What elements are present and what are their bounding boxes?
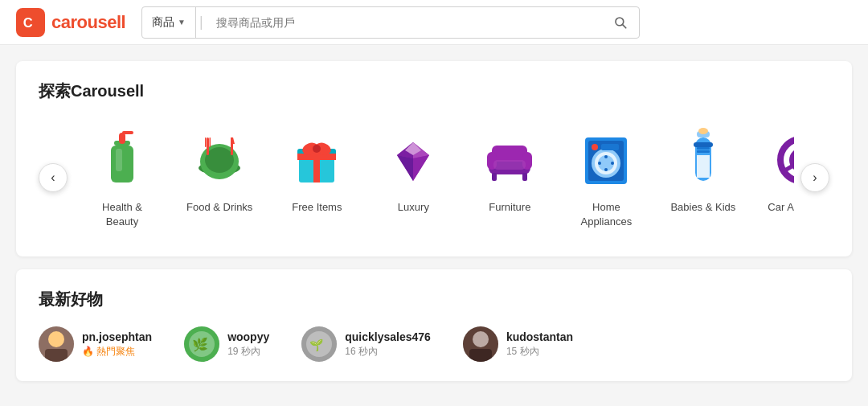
svg-rect-29 xyxy=(492,146,527,162)
search-category-label: 商品 xyxy=(152,15,174,30)
hot-label: 熱門聚焦 xyxy=(96,345,135,359)
svg-rect-32 xyxy=(492,173,497,181)
user-name: quicklysales476 xyxy=(345,330,431,343)
svg-point-59 xyxy=(48,331,64,347)
users-row: pn.josephtan 🔥 熱門聚焦 🌿 wo xyxy=(39,326,829,362)
category-label: Furniture xyxy=(489,200,530,215)
avatar-josephtan xyxy=(39,326,74,362)
header: C carousell 商品 ▼ | xyxy=(0,0,868,45)
avatar-woopyy: 🌿 xyxy=(184,326,219,362)
svg-point-41 xyxy=(611,162,614,165)
chevron-down-icon: ▼ xyxy=(178,18,186,27)
category-item-babies-kids[interactable]: Babies & Kids xyxy=(654,118,751,237)
user-meta: 🔥 熱門聚焦 xyxy=(82,345,152,359)
avatar-kudostantan xyxy=(463,326,498,362)
svg-point-42 xyxy=(604,168,608,171)
category-item-car-accessories[interactable]: Car Accesso... xyxy=(751,118,794,237)
category-item-luxury[interactable]: Luxury xyxy=(365,118,461,237)
category-label: Car Accesso... xyxy=(768,200,794,215)
svg-rect-5 xyxy=(116,149,122,171)
user-item-josephtan[interactable]: pn.josephtan 🔥 熱門聚焦 xyxy=(39,326,152,362)
search-category-dropdown[interactable]: 商品 ▼ xyxy=(142,7,196,38)
user-info-quicklysales: quicklysales476 16 秒內 xyxy=(345,330,431,359)
category-label: Luxury xyxy=(398,200,429,215)
svg-text:🌿: 🌿 xyxy=(192,337,208,352)
svg-rect-13 xyxy=(210,137,211,147)
category-label: Babies & Kids xyxy=(670,200,735,215)
user-info-woopyy: woopyy 19 秒內 xyxy=(227,330,269,359)
svg-rect-12 xyxy=(205,137,207,147)
svg-rect-50 xyxy=(694,142,713,147)
main-content: 探索Carousell ‹ xyxy=(0,45,868,406)
category-item-free-items[interactable]: Free Items xyxy=(268,118,365,237)
user-name: pn.josephtan xyxy=(82,330,152,343)
svg-point-21 xyxy=(313,145,321,153)
user-meta: 19 秒內 xyxy=(227,345,269,359)
next-button[interactable]: › xyxy=(800,163,829,192)
user-info-kudostantan: kudostantan 15 秒內 xyxy=(506,330,573,359)
svg-point-10 xyxy=(205,147,234,173)
logo[interactable]: C carousell xyxy=(16,8,125,37)
svg-rect-11 xyxy=(207,137,209,155)
time-label: 16 秒內 xyxy=(345,345,378,359)
svg-rect-52 xyxy=(697,150,710,153)
food-drinks-icon xyxy=(187,126,252,191)
svg-text:C: C xyxy=(23,15,33,30)
home-appliances-icon xyxy=(574,126,638,191)
svg-rect-6 xyxy=(119,133,125,144)
user-item-woopyy[interactable]: 🌿 woopyy 19 秒內 xyxy=(184,326,269,362)
category-label: HomeAppliances xyxy=(581,200,633,229)
svg-rect-69 xyxy=(469,349,492,362)
category-item-home-appliances[interactable]: HomeAppliances xyxy=(558,118,654,237)
svg-point-48 xyxy=(698,128,708,134)
time-label: 15 秒內 xyxy=(506,345,539,359)
explore-section: 探索Carousell ‹ xyxy=(16,61,852,256)
svg-point-54 xyxy=(792,150,794,170)
time-label: 19 秒內 xyxy=(227,345,260,359)
user-name: woopyy xyxy=(227,330,269,343)
luxury-icon xyxy=(381,126,445,191)
svg-rect-33 xyxy=(522,173,527,181)
categories-scroll: Health &Beauty xyxy=(74,118,794,237)
babies-kids-icon xyxy=(671,126,735,191)
latest-title: 最新好物 xyxy=(39,289,829,310)
user-item-kudostantan[interactable]: kudostantan 15 秒內 xyxy=(463,326,573,362)
categories-wrapper: ‹ Health & xyxy=(39,118,829,237)
svg-marker-26 xyxy=(413,155,429,181)
category-label: Food & Drinks xyxy=(186,200,252,215)
user-meta: 15 秒內 xyxy=(506,345,573,359)
user-info-josephtan: pn.josephtan 🔥 熱門聚焦 xyxy=(82,330,152,359)
svg-marker-25 xyxy=(397,155,413,181)
prev-button[interactable]: ‹ xyxy=(39,163,68,192)
user-name: kudostantan xyxy=(506,330,573,343)
svg-rect-7 xyxy=(122,131,133,134)
category-item-furniture[interactable]: Furniture xyxy=(461,118,558,237)
svg-point-43 xyxy=(598,162,601,165)
avatar-quicklysales: 🌱 xyxy=(301,326,337,362)
search-area: 商品 ▼ | xyxy=(141,6,640,39)
logo-text: carousell xyxy=(51,12,125,33)
search-button[interactable] xyxy=(602,7,639,38)
divider: | xyxy=(196,14,207,31)
category-item-food-drinks[interactable]: Food & Drinks xyxy=(170,118,268,237)
explore-title: 探索Carousell xyxy=(39,80,829,102)
svg-point-40 xyxy=(604,155,608,158)
svg-rect-45 xyxy=(601,144,619,150)
svg-rect-60 xyxy=(45,349,68,362)
car-accessories-icon xyxy=(769,126,794,191)
user-item-quicklysales[interactable]: 🌱 quicklysales476 16 秒內 xyxy=(301,326,431,362)
logo-icon: C xyxy=(16,8,45,37)
svg-point-44 xyxy=(592,144,598,150)
health-beauty-icon xyxy=(90,126,154,191)
furniture-icon xyxy=(477,126,542,191)
latest-section: 最新好物 pn.josephtan 🔥 熱門聚焦 xyxy=(16,269,852,381)
flame-icon: 🔥 xyxy=(82,346,94,357)
user-meta: 16 秒內 xyxy=(345,345,431,359)
svg-line-2 xyxy=(623,24,626,27)
category-item-health-beauty[interactable]: Health &Beauty xyxy=(74,118,170,237)
svg-rect-34 xyxy=(493,160,526,170)
svg-rect-18 xyxy=(297,154,336,160)
svg-rect-51 xyxy=(697,147,710,150)
search-input[interactable] xyxy=(207,7,602,38)
carousell-c-icon: C xyxy=(22,14,39,31)
